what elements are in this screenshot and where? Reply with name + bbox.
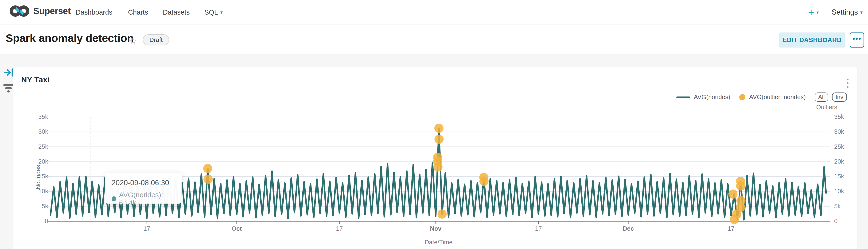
y-tick-label: 25k bbox=[834, 143, 844, 150]
chart-tooltip: 2020-09-08 06:30 AVG(norides): 6.14k bbox=[105, 173, 182, 203]
tooltip-series-value: AVG(norides): 6.14k bbox=[119, 191, 175, 207]
filter-bar bbox=[7, 90, 10, 92]
nav-label: Charts bbox=[128, 8, 148, 16]
settings-label: Settings bbox=[832, 8, 858, 17]
y-tick-label: 5k bbox=[23, 203, 48, 210]
legend-label-norides[interactable]: AVG(norides) bbox=[694, 93, 730, 101]
x-tick-label: 17 bbox=[727, 225, 734, 232]
dashboard-header: Spark anomaly detection ☆ Draft EDIT DAS… bbox=[0, 25, 868, 54]
outlier-series-swatch[interactable] bbox=[739, 94, 745, 100]
new-item-button[interactable]: + ▾ bbox=[808, 0, 819, 25]
line-series-swatch[interactable] bbox=[676, 96, 690, 98]
y-tick-label: 0 bbox=[834, 218, 837, 225]
caret-down-icon: ▾ bbox=[816, 10, 819, 15]
expand-filter-panel-icon[interactable] bbox=[4, 68, 13, 78]
y-tick-label: 15k bbox=[834, 173, 844, 180]
caret-down-icon: ▾ bbox=[220, 9, 223, 15]
y-tick-label: 35k bbox=[23, 113, 48, 120]
x-tick-label: 17 bbox=[535, 225, 542, 232]
nav-label: Dashboards bbox=[75, 8, 112, 16]
superset-logo[interactable]: Superset bbox=[9, 4, 71, 18]
edit-dashboard-button[interactable]: EDIT DASHBOARD bbox=[779, 32, 845, 48]
nav-item-charts[interactable]: Charts bbox=[128, 0, 148, 25]
brand-name: Superset bbox=[33, 6, 71, 16]
outliers-inv-button[interactable]: Inv bbox=[832, 92, 847, 102]
tooltip-series-dot-icon bbox=[112, 196, 116, 201]
nav-label: Datasets bbox=[163, 8, 190, 16]
nav-item-dashboards[interactable]: Dashboards bbox=[75, 0, 112, 25]
nav-item-datasets[interactable]: Datasets bbox=[163, 0, 190, 25]
top-navigation: Superset Dashboards Charts Datasets SQL … bbox=[0, 0, 868, 25]
settings-menu[interactable]: Settings ▾ bbox=[832, 0, 863, 25]
filter-bar bbox=[3, 84, 13, 86]
nav-label: SQL bbox=[205, 8, 218, 16]
y-tick-label: 35k bbox=[834, 113, 844, 120]
chart-title: NY Taxi bbox=[21, 75, 50, 84]
y-tick-label: 5k bbox=[834, 203, 840, 210]
filter-icon[interactable] bbox=[3, 83, 14, 94]
x-tick-label: Oct bbox=[231, 225, 242, 232]
x-tick-label: Nov bbox=[430, 225, 441, 232]
y-tick-label: 20k bbox=[23, 158, 48, 165]
dashboard-more-button[interactable]: ••• bbox=[850, 32, 864, 48]
y-tick-label: 30k bbox=[834, 128, 844, 135]
x-tick-label: 17 bbox=[143, 225, 150, 232]
page-title: Spark anomaly detection bbox=[6, 31, 134, 45]
y-tick-label: 10k bbox=[834, 188, 844, 195]
favorite-star-icon[interactable]: ☆ bbox=[129, 35, 137, 46]
outliers-all-button[interactable]: All bbox=[815, 92, 828, 102]
filter-bar bbox=[5, 87, 12, 89]
plus-icon: + bbox=[808, 6, 814, 18]
chart-card-ny-taxi: NY Taxi AVG(norides) AVG(outlier_norides… bbox=[13, 67, 857, 249]
right-axis-title: Outliers bbox=[816, 104, 837, 111]
y-tick-label: 25k bbox=[23, 143, 48, 150]
y-tick-label: 15k bbox=[23, 173, 48, 180]
infinity-logo-icon bbox=[9, 4, 30, 18]
nav-item-sql[interactable]: SQL ▾ bbox=[205, 0, 223, 25]
y-tick-label: 30k bbox=[23, 128, 48, 135]
chart-kebab-menu-icon[interactable] bbox=[844, 77, 851, 90]
x-axis-title: Date/Time bbox=[425, 239, 453, 246]
x-tick-label: Dec bbox=[623, 225, 634, 232]
legend-label-outlier-norides[interactable]: AVG(outlier_norides) bbox=[749, 93, 806, 101]
tooltip-date: 2020-09-08 06:30 bbox=[112, 178, 175, 187]
y-tick-label: 10k bbox=[23, 188, 48, 195]
chart-legend: AVG(norides) AVG(outlier_norides) All In… bbox=[676, 92, 847, 102]
x-tick-label: 17 bbox=[336, 225, 343, 232]
y-tick-label: 20k bbox=[834, 158, 844, 165]
y-tick-label: 0 bbox=[23, 218, 48, 225]
caret-down-icon: ▾ bbox=[860, 9, 863, 15]
draft-badge: Draft bbox=[143, 34, 169, 46]
